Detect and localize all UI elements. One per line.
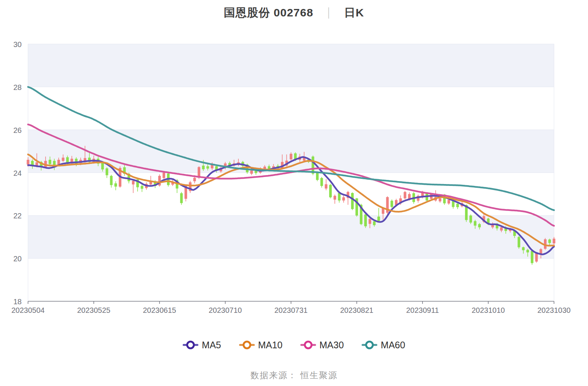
candle[interactable] [377, 208, 380, 222]
y-axis-label: 22 [13, 212, 22, 220]
candle[interactable] [106, 167, 108, 178]
candle[interactable] [132, 179, 134, 193]
candle[interactable] [518, 236, 520, 249]
candle[interactable] [329, 184, 332, 198]
x-axis-label: 20230821 [340, 306, 374, 314]
y-axis-label: 18 [13, 298, 22, 306]
candle[interactable] [531, 250, 533, 265]
y-axis-label: 26 [13, 126, 22, 134]
candle[interactable] [325, 179, 327, 190]
legend-label: MA10 [258, 340, 282, 351]
x-axis-label: 20230525 [77, 306, 111, 314]
x-axis-label: 20230615 [143, 306, 176, 314]
x-axis-label: 20231030 [538, 306, 571, 314]
y-axis-label: 24 [13, 169, 22, 177]
ma10-marker-icon [239, 340, 255, 350]
legend-label: MA60 [381, 340, 405, 351]
legend-item-ma10[interactable]: MA10 [239, 340, 282, 351]
candle[interactable] [364, 214, 367, 228]
candle[interactable] [342, 195, 345, 203]
data-source: 数据来源： 恒生聚源 [0, 370, 588, 381]
candle[interactable] [386, 196, 389, 215]
ma5-marker-icon [183, 340, 198, 350]
ma30-marker-icon [300, 340, 316, 350]
candle[interactable] [351, 192, 354, 210]
legend-label: MA5 [202, 340, 221, 351]
candle[interactable] [347, 191, 349, 205]
x-axis-label: 20230710 [209, 306, 242, 314]
kline-page: 国恩股份 002768｜日K 2023050420230525202306152… [0, 0, 588, 386]
candle[interactable] [321, 177, 323, 188]
y-axis-label: 30 [13, 40, 22, 49]
ma60-marker-icon [362, 340, 377, 350]
candle[interactable] [158, 174, 161, 187]
candle[interactable] [110, 175, 112, 187]
candle[interactable] [334, 194, 336, 204]
x-axis-label: 20230504 [12, 306, 45, 314]
legend-item-ma30[interactable]: MA30 [300, 340, 344, 351]
band [28, 44, 554, 87]
candle[interactable] [114, 181, 117, 190]
x-axis-label: 20230731 [275, 306, 308, 314]
y-axis-label: 20 [13, 255, 22, 263]
y-axis-label: 28 [13, 83, 22, 91]
legend-label: MA30 [319, 340, 344, 351]
legend-item-ma5[interactable]: MA5 [183, 340, 221, 351]
candle[interactable] [390, 199, 393, 208]
x-axis-label: 20230911 [406, 306, 439, 314]
candle[interactable] [189, 181, 192, 193]
candle[interactable] [180, 192, 183, 205]
legend: MA5MA10MA30MA60 [0, 336, 588, 354]
x-axis-label: 20231010 [472, 306, 505, 314]
kline-chart: 2023050420230525202306152023071020230731… [0, 0, 588, 326]
legend-item-ma60[interactable]: MA60 [362, 340, 405, 351]
candle[interactable] [404, 191, 406, 199]
candle[interactable] [417, 194, 420, 203]
